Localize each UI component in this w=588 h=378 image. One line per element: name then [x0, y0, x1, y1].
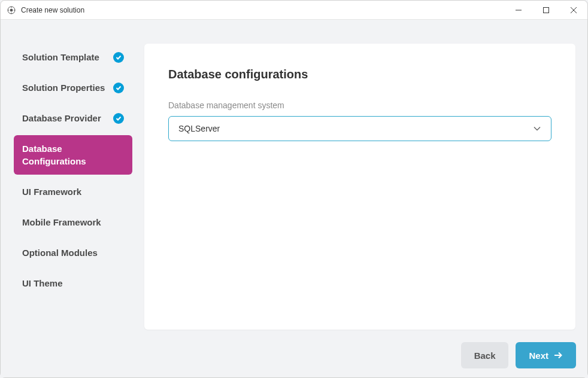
wizard-sidebar: Solution Template Solution Properties Da…	[1, 20, 144, 377]
sidebar-item-solution-properties[interactable]: Solution Properties	[14, 74, 132, 101]
button-label: Next	[529, 350, 548, 361]
svg-point-1	[10, 9, 13, 11]
check-icon	[113, 52, 124, 63]
sidebar-item-label: UI Theme	[22, 277, 124, 289]
titlebar: Create new solution	[1, 1, 587, 20]
page-title: Database configurations	[168, 68, 551, 81]
sidebar-item-label: Mobile Framework	[22, 216, 124, 228]
sidebar-item-label: Solution Template	[22, 51, 108, 63]
sidebar-item-label: Database Provider	[22, 112, 108, 124]
dbms-select[interactable]: SQLServer	[168, 116, 551, 141]
field-label-dbms: Database management system	[168, 100, 551, 110]
next-button[interactable]: Next	[516, 342, 576, 368]
sidebar-item-label: UI Framework	[22, 185, 124, 198]
dialog-window: Create new solution Solution Template So…	[0, 0, 588, 378]
sidebar-item-database-provider[interactable]: Database Provider	[14, 105, 132, 132]
maximize-button[interactable]	[532, 1, 560, 19]
close-button[interactable]	[560, 1, 587, 19]
back-button[interactable]: Back	[461, 342, 509, 368]
chevron-down-icon	[533, 124, 541, 133]
sidebar-item-solution-template[interactable]: Solution Template	[14, 44, 132, 71]
sidebar-item-database-configurations[interactable]: Database Configurations	[14, 135, 132, 175]
sidebar-item-optional-modules[interactable]: Optional Modules	[14, 239, 132, 266]
select-value: SQLServer	[178, 124, 220, 133]
sidebar-item-ui-theme[interactable]: UI Theme	[14, 270, 132, 297]
sidebar-item-mobile-framework[interactable]: Mobile Framework	[14, 209, 132, 236]
window-controls	[505, 1, 587, 19]
wizard-footer: Back Next	[461, 342, 576, 368]
minimize-button[interactable]	[505, 1, 532, 19]
check-icon	[113, 113, 124, 124]
main-panel: Database configurations Database managem…	[144, 44, 575, 330]
check-icon	[113, 83, 124, 93]
window-title: Create new solution	[21, 6, 505, 14]
sidebar-item-ui-framework[interactable]: UI Framework	[14, 178, 132, 205]
sidebar-item-label: Optional Modules	[22, 246, 124, 259]
app-icon	[7, 5, 16, 15]
arrow-right-icon	[553, 350, 563, 360]
dialog-body: Solution Template Solution Properties Da…	[1, 20, 587, 377]
sidebar-item-label: Solution Properties	[22, 81, 108, 94]
svg-rect-7	[544, 7, 549, 13]
sidebar-item-label: Database Configurations	[22, 142, 124, 167]
button-label: Back	[474, 350, 496, 361]
